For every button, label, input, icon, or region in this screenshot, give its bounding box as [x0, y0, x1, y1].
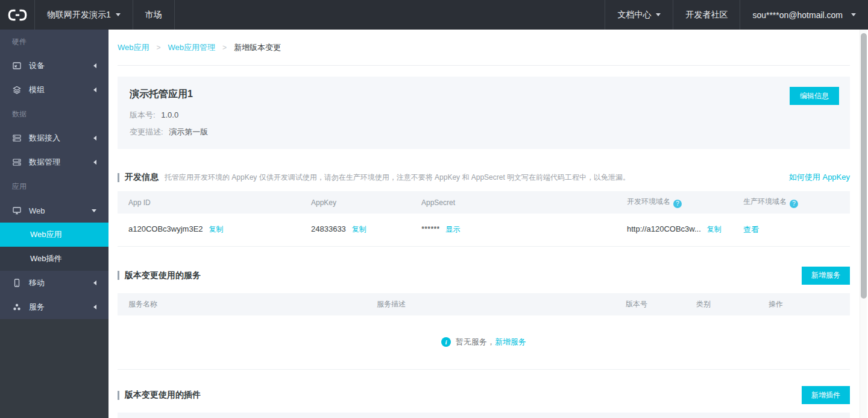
sidebar-menu: 硬件 设备 模组 数据 数据接入 数据: [0, 30, 108, 319]
account-email: sou****on@hotmail.com: [752, 10, 843, 20]
sidebar-item-web-app[interactable]: Web应用: [0, 223, 108, 247]
dev-info-subtitle: 托管应用开发环境的 AppKey 仅供开发调试使用，请勿在生产环境使用，注意不要…: [165, 173, 630, 183]
copy-domain-link[interactable]: 复制: [707, 225, 722, 233]
app-key-cell: 24833633复制: [300, 214, 410, 246]
table-header-row: App ID AppKey AppSecret 开发环境域名? 生产环境域名?: [118, 191, 850, 214]
dev-info-section-header: 开发信息 托管应用开发环境的 AppKey 仅供开发调试使用，请勿在生产环境使用…: [118, 172, 850, 183]
app-title: 演示托管应用1: [130, 88, 838, 101]
docs-center-menu[interactable]: 文档中心: [605, 0, 673, 30]
monitor-icon: [12, 206, 21, 215]
chevron-left-icon: [93, 87, 96, 92]
topbar-spacer: [175, 0, 605, 30]
section-bar: [118, 391, 119, 400]
dev-domain-value: http://a120COBc3w...: [627, 224, 701, 233]
col-app-secret: AppSecret: [410, 191, 616, 214]
version-label: 版本号:: [130, 110, 156, 119]
col-service-desc: 服务描述: [366, 293, 615, 315]
change-desc-value: 演示第一版: [169, 127, 208, 136]
sidebar-section-app: 应用: [0, 174, 108, 198]
breadcrumb-separator: >: [222, 43, 227, 52]
copy-app-key-link[interactable]: 复制: [352, 225, 366, 233]
layers-icon: [12, 86, 21, 95]
col-app-id: App ID: [118, 191, 300, 214]
col-service-actions: 操作: [758, 293, 850, 315]
dev-info-table: App ID AppKey AppSecret 开发环境域名? 生产环境域名? …: [118, 191, 850, 247]
chevron-left-icon: [93, 280, 96, 285]
sidebar-item-module[interactable]: 模组: [0, 78, 108, 102]
chevron-down-icon: [116, 13, 121, 16]
breadcrumb-web-app[interactable]: Web应用: [118, 42, 149, 53]
project-switcher[interactable]: 物联网开发演示1: [35, 0, 133, 30]
account-menu[interactable]: sou****on@hotmail.com: [740, 0, 868, 30]
appkey-help-link[interactable]: 如何使用 AppKey: [789, 172, 850, 183]
help-icon[interactable]: ?: [790, 200, 798, 208]
sidebar-item-device[interactable]: 设备: [0, 54, 108, 78]
services-table: 服务名称 服务描述 版本号 类别 操作 i 暂无服务， 新增服务: [118, 293, 850, 370]
help-icon[interactable]: ?: [673, 200, 682, 208]
chevron-left-icon: [93, 63, 96, 68]
database-in-icon: [12, 134, 21, 143]
add-service-button[interactable]: 新增服务: [802, 267, 850, 285]
plugins-table-clipped: [118, 413, 850, 418]
show-secret-link[interactable]: 显示: [445, 225, 460, 233]
app-id-value: a120COBc3wyjm3E2: [128, 224, 203, 233]
chevron-left-icon: [93, 136, 96, 141]
dev-domain-cell: http://a120COBc3w...复制: [616, 214, 732, 246]
empty-row: i 暂无服务， 新增服务: [118, 315, 850, 370]
cloud-brackets-icon: [8, 9, 27, 21]
sidebar-section-hardware: 硬件: [0, 30, 108, 54]
sidebar-item-data-mgmt[interactable]: 数据管理: [0, 150, 108, 174]
chevron-down-icon: [851, 13, 856, 16]
dev-info-title: 开发信息: [125, 172, 159, 183]
scrollbar-thumb[interactable]: [861, 33, 867, 299]
services-section-header: 版本变更使用的服务 新增服务: [118, 267, 850, 285]
sidebar-section-data: 数据: [0, 102, 108, 126]
alibaba-cloud-logo[interactable]: [0, 0, 34, 30]
database-manage-icon: [12, 158, 21, 167]
app-secret-masked: ******: [421, 224, 439, 233]
chevron-left-icon: [93, 160, 96, 165]
add-plugin-button[interactable]: 新增插件: [802, 386, 850, 404]
col-service-version: 版本号: [615, 293, 685, 315]
edit-info-button[interactable]: 编辑信息: [790, 87, 839, 105]
main-content: Web应用 > Web应用管理 > 新增版本变更 演示托管应用1 版本号: 1.…: [108, 30, 868, 418]
topbar: 物联网开发演示1 市场 文档中心 开发者社区 sou****on@hotmail…: [0, 0, 868, 30]
version-value: 1.0.0: [161, 110, 178, 119]
prod-domain-cell: 查看: [732, 214, 850, 246]
sidebar-item-web[interactable]: Web: [0, 198, 108, 223]
chevron-down-icon: [656, 13, 661, 16]
app-key-value: 24833633: [311, 224, 346, 233]
sidebar: 硬件 设备 模组 数据 数据接入 数据: [0, 30, 108, 418]
app-info-card: 演示托管应用1 版本号: 1.0.0 变更描述: 演示第一版 编辑信息: [118, 77, 850, 149]
col-prod-domain: 生产环境域名?: [732, 191, 850, 214]
sidebar-item-data-access[interactable]: 数据接入: [0, 126, 108, 150]
chevron-left-icon: [93, 305, 96, 309]
project-name: 物联网开发演示1: [47, 10, 111, 21]
copy-app-id-link[interactable]: 复制: [209, 225, 224, 233]
col-service-category: 类别: [685, 293, 758, 315]
table-row: a120COBc3wyjm3E2复制 24833633复制 ******显示 h…: [118, 214, 850, 246]
info-icon: i: [441, 337, 451, 347]
developer-community-link[interactable]: 开发者社区: [673, 0, 740, 30]
add-service-link[interactable]: 新增服务: [495, 337, 526, 347]
col-app-key: AppKey: [300, 191, 410, 214]
cluster-icon: [12, 303, 21, 312]
app-secret-cell: ******显示: [410, 214, 616, 246]
scrollbar[interactable]: [860, 30, 867, 418]
breadcrumb-current: 新增版本变更: [234, 42, 281, 53]
col-dev-domain: 开发环境域名?: [616, 191, 732, 214]
market-link[interactable]: 市场: [133, 0, 174, 30]
section-bar: [118, 271, 119, 280]
change-desc-label: 变更描述:: [130, 127, 163, 136]
section-bar: [118, 173, 119, 182]
device-icon: [12, 62, 21, 71]
breadcrumb: Web应用 > Web应用管理 > 新增版本变更: [118, 30, 850, 66]
sidebar-item-service[interactable]: 服务: [0, 295, 108, 319]
sidebar-item-mobile[interactable]: 移动: [0, 271, 108, 295]
col-service-name: 服务名称: [118, 293, 366, 315]
sidebar-item-web-plugin[interactable]: Web插件: [0, 247, 108, 271]
empty-services-text: 暂无服务，: [456, 337, 495, 347]
breadcrumb-web-app-manage[interactable]: Web应用管理: [168, 42, 216, 53]
app-id-cell: a120COBc3wyjm3E2复制: [118, 214, 300, 246]
view-prod-domain-link[interactable]: 查看: [743, 225, 759, 234]
